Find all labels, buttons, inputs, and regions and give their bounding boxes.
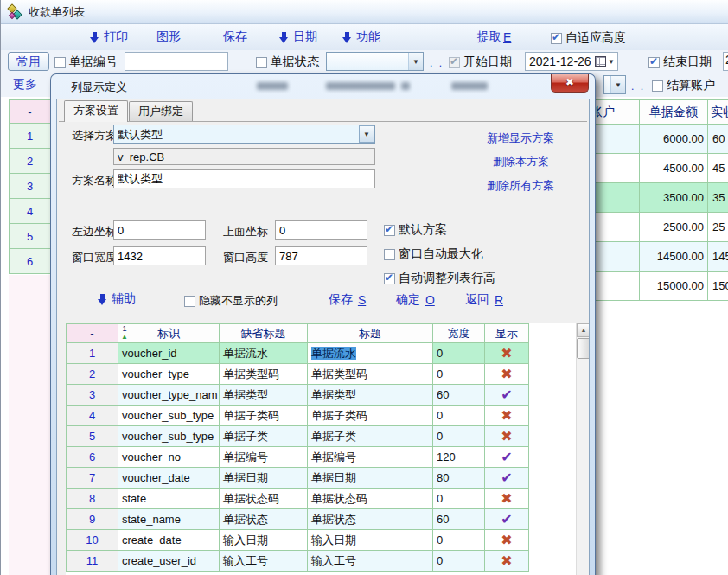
show-cell[interactable]: ✖ [485, 530, 529, 551]
title-cell[interactable]: 单据状态码 [308, 489, 433, 509]
title-column-header[interactable]: 标题 [308, 324, 433, 343]
title-cell[interactable]: 单据子类 [308, 426, 433, 447]
start-date-input[interactable]: 2021-12-26 ▼ [525, 52, 618, 71]
id-cell[interactable]: state [118, 489, 220, 509]
top-coord-input[interactable] [275, 220, 367, 240]
end-date-input[interactable]: 2 [723, 52, 728, 71]
show-cell[interactable]: ✔ [485, 447, 529, 468]
more-options-dots[interactable]: . . [430, 57, 444, 69]
grid-row[interactable]: 10 create_date 输入日期 输入日期 0 ✖ [67, 530, 529, 551]
list-row[interactable]: 15000.00 150 [590, 272, 728, 301]
common-tab-button[interactable]: 常用 [8, 52, 49, 71]
title-cell[interactable]: 单据编号 [308, 447, 433, 468]
width-cell[interactable]: 0 [433, 530, 485, 551]
width-cell[interactable]: 0 [433, 489, 485, 509]
grid-row-number[interactable]: 7 [67, 468, 118, 489]
default-title-cell[interactable]: 单据编号 [220, 447, 308, 468]
list-row-number[interactable]: 4 [9, 199, 51, 224]
width-cell[interactable]: 0 [433, 426, 485, 447]
close-icon[interactable]: ✖ [551, 74, 589, 93]
show-cell[interactable]: ✖ [485, 406, 529, 426]
tab-scheme-settings[interactable]: 方案设置 [64, 100, 128, 122]
doc-state-dropdown[interactable]: ▼ [326, 52, 424, 71]
id-cell[interactable]: state_name [118, 509, 220, 530]
list-row[interactable]: 4500.00 45 [590, 154, 728, 183]
cross-icon[interactable]: ✖ [501, 554, 512, 568]
received-column-header[interactable]: 实收 [708, 100, 728, 125]
cross-icon[interactable]: ✖ [501, 492, 512, 506]
doc-state-checkbox[interactable]: 单据状态 [256, 54, 319, 70]
title-cell-editing[interactable]: 单据流水 [308, 343, 433, 364]
id-column-header[interactable]: 1▲ 标识 [118, 324, 220, 343]
list-row-number[interactable]: 1 [9, 124, 51, 149]
default-title-cell[interactable]: 单据流水 [220, 343, 308, 364]
default-title-cell[interactable]: 单据日期 [220, 468, 308, 489]
grid-row-number[interactable]: 9 [67, 509, 118, 530]
ok-button[interactable]: 确定 O [396, 292, 435, 308]
title-cell[interactable]: 单据类型码 [308, 364, 433, 385]
scroll-up-icon[interactable]: ▲ [577, 323, 590, 337]
show-column-header[interactable]: 显示 [485, 324, 529, 343]
width-cell[interactable]: 0 [433, 343, 485, 364]
grid-row-number[interactable]: 5 [67, 426, 118, 447]
extract-button[interactable]: 提取E [477, 29, 511, 45]
list-row-number[interactable]: 5 [9, 224, 51, 249]
grid-row-number[interactable]: 10 [67, 530, 118, 551]
dropdown-arrow-icon[interactable]: ▼ [359, 125, 374, 143]
dropdown-arrow-icon[interactable]: ▼ [608, 58, 615, 66]
window-height-input[interactable] [275, 246, 367, 265]
grid-row-number[interactable]: 1 [67, 343, 118, 364]
scheme-name-input[interactable] [113, 169, 375, 188]
id-cell[interactable]: voucher_type_nam [118, 385, 220, 406]
auto-maximize-checkbox[interactable]: 窗口自动最大化 [384, 246, 483, 262]
show-cell[interactable]: ✔ [485, 468, 529, 489]
graph-button[interactable]: 图形 [156, 29, 181, 45]
dialog-titlebar[interactable]: 列显示定义 ✖ [51, 74, 595, 99]
features-menu-button[interactable]: 功能 [342, 29, 380, 45]
delete-scheme-link[interactable]: 删除本方案 [493, 154, 549, 169]
settle-account-dropdown[interactable]: ▼ [603, 75, 626, 94]
grid-vertical-scrollbar[interactable]: ▲ [576, 323, 590, 575]
doc-no-checkbox[interactable]: 单据编号 [54, 54, 118, 70]
default-title-cell[interactable]: 单据子类码 [220, 406, 308, 426]
hide-hidden-columns-checkbox[interactable]: 隐藏不显示的列 [184, 293, 278, 309]
scrollbar-thumb[interactable] [577, 338, 590, 359]
check-icon[interactable]: ✔ [501, 471, 512, 485]
grid-row-number[interactable]: 2 [67, 364, 118, 385]
calendar-icon[interactable] [595, 56, 606, 67]
cross-icon[interactable]: ✖ [501, 347, 512, 361]
width-cell[interactable]: 0 [433, 406, 485, 426]
id-cell[interactable]: voucher_type [118, 364, 220, 385]
width-cell[interactable]: 60 [433, 385, 485, 406]
default-title-cell[interactable]: 输入工号 [220, 551, 308, 572]
id-cell[interactable]: voucher_sub_type [118, 406, 220, 426]
check-icon[interactable]: ✔ [501, 450, 512, 464]
show-cell[interactable]: ✖ [485, 489, 529, 509]
show-cell[interactable]: ✖ [485, 343, 529, 364]
grid-row[interactable]: 4 voucher_sub_type 单据子类码 单据子类码 0 ✖ [67, 406, 529, 426]
grid-row[interactable]: 6 voucher_no 单据编号 单据编号 120 ✔ [67, 447, 529, 468]
width-cell[interactable]: 60 [433, 509, 485, 530]
list-row[interactable]: 3500.00 35 [590, 183, 728, 213]
add-scheme-link[interactable]: 新增显示方案 [487, 131, 554, 146]
default-title-cell[interactable]: 单据状态码 [220, 489, 308, 509]
title-cell[interactable]: 单据子类码 [308, 406, 433, 426]
cross-icon[interactable]: ✖ [501, 367, 512, 381]
show-cell[interactable]: ✖ [485, 551, 529, 572]
save-scheme-button[interactable]: 保存 S [329, 292, 366, 308]
check-icon[interactable]: ✔ [501, 513, 512, 527]
grid-row[interactable]: 1 voucher_id 单据流水 单据流水 0 ✖ [67, 343, 529, 364]
list-row[interactable]: 2500.00 25 [590, 213, 728, 242]
grid-row-number[interactable]: 6 [67, 447, 118, 468]
dropdown-arrow-icon[interactable]: ▼ [610, 76, 625, 93]
list-row-number[interactable]: 6 [9, 249, 51, 274]
doc-no-input[interactable] [125, 52, 228, 71]
show-cell[interactable]: ✔ [485, 385, 529, 406]
show-cell[interactable]: ✖ [485, 364, 529, 385]
id-cell[interactable]: voucher_date [118, 468, 220, 489]
show-cell[interactable]: ✔ [485, 509, 529, 530]
window-width-input[interactable] [113, 246, 206, 265]
title-cell[interactable]: 单据状态 [308, 509, 433, 530]
left-coord-input[interactable] [113, 220, 206, 240]
aux-menu-button[interactable]: 辅助 [98, 291, 136, 307]
